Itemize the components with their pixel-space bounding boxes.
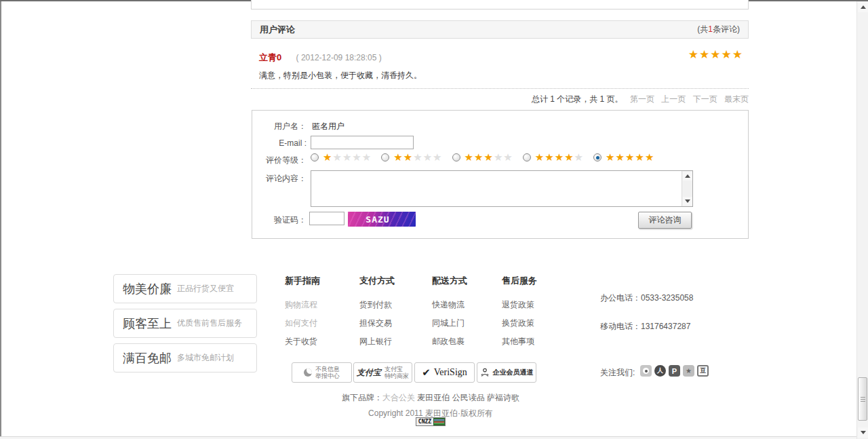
cnzz-counter-badge[interactable]: CNZZ (416, 417, 446, 426)
badge-report-center[interactable]: 不良信息举报中心 (292, 362, 352, 383)
footer-link[interactable]: 网上银行 (359, 332, 395, 351)
previous-section-box-bottom (251, 0, 749, 9)
star-icon (688, 48, 699, 61)
contact-phones: 办公电话：0533-3235058 移动电话：13176437287 (600, 292, 693, 332)
review-header: 立青0 ( 2012-12-09 18:28:05 ) (259, 52, 382, 64)
star-icon (616, 151, 625, 163)
cnzz-flag-icon (433, 418, 445, 425)
status-bar-strip (0, 436, 856, 439)
rating-radio-5-selected[interactable] (593, 153, 601, 161)
douban-icon[interactable]: 豆 (697, 365, 709, 377)
feature-box-service: 顾客至上 优质售前售后服务 (113, 309, 257, 338)
rating-option-3[interactable] (452, 151, 513, 164)
star-icon (555, 151, 564, 163)
feature-box-quality: 物美价廉 正品行货又便宜 (113, 274, 257, 303)
badge-alipay[interactable]: 支付宝 支付宝特约商家 (353, 362, 412, 383)
brand-links[interactable]: 麦田亚伯 公民读品 萨福诗歌 (417, 393, 519, 402)
person-icon (480, 368, 490, 377)
pagination-prev[interactable]: 上一页 (661, 94, 686, 104)
review-date: ( 2012-12-09 18:28:05 ) (296, 53, 382, 62)
scroll-up-button[interactable] (858, 2, 868, 12)
rating-option-5[interactable] (593, 151, 654, 164)
follow-us-label: 关注我们: (600, 367, 635, 379)
comment-form: 用户名： 匿名用户 E-mail : 评价等级： 评论内容： (252, 110, 749, 239)
footer-link[interactable]: 换货政策 (502, 314, 537, 332)
star-icon (494, 151, 503, 163)
star-icon (342, 151, 352, 163)
rating-label: 评价等级： (252, 155, 307, 166)
star-icon (413, 151, 422, 163)
alipay-logo-icon: 支付宝 (357, 367, 381, 379)
comment-textarea[interactable] (311, 171, 692, 206)
feature-box-shipping: 满百免邮 多城市免邮计划 (113, 343, 257, 373)
footer-link[interactable]: 如何支付 (285, 314, 320, 332)
footer-link[interactable]: 同城上门 (432, 314, 467, 332)
star-icon (474, 151, 484, 163)
footer-link[interactable]: 关于收货 (285, 332, 320, 351)
footer-link[interactable]: 担保交易 (359, 314, 395, 332)
scrollbar-thumb[interactable] (858, 377, 867, 421)
email-label: E-mail : (252, 138, 307, 148)
social-icons: 人 P ★ 豆 (640, 365, 709, 377)
rating-radio-1[interactable] (311, 153, 319, 161)
review-author: 立青0 (259, 52, 281, 62)
captcha-input[interactable] (309, 212, 344, 225)
star-icon (606, 151, 615, 163)
footer-link[interactable]: 邮政包裹 (432, 332, 467, 351)
badge-enterprise-member[interactable]: 企业会员通道 (477, 362, 536, 383)
comments-count: (共1条评论) (697, 24, 740, 35)
arrow-up-icon (861, 5, 866, 9)
rating-radio-4[interactable] (523, 153, 531, 161)
weibo-icon[interactable] (640, 365, 652, 377)
sub-brands-line: 旗下品牌：大合公关 麦田亚伯 公民读品 萨福诗歌 (285, 392, 576, 404)
footer-link[interactable]: 其他事项 (502, 332, 537, 351)
footer-link[interactable]: 快递物流 (432, 296, 467, 314)
rating-option-4[interactable] (523, 151, 584, 164)
star-icon (574, 151, 584, 163)
star-icon (465, 151, 474, 163)
star-icon (545, 151, 554, 163)
brand-link[interactable]: 大合公关 (382, 393, 415, 402)
star-icon (503, 151, 513, 163)
qzone-icon[interactable]: ★ (683, 365, 694, 377)
textarea-scrollbar[interactable] (682, 171, 692, 206)
footer-link[interactable]: 退货政策 (502, 296, 537, 314)
footer-col-aftersale: 售后服务 退货政策 换货政策 其他事项 (502, 275, 537, 351)
rating-option-2[interactable] (381, 151, 442, 164)
pagination-first[interactable]: 第一页 (630, 94, 654, 104)
star-icon (484, 151, 493, 163)
submit-comment-button[interactable]: 评论咨询 (638, 212, 692, 229)
star-icon (699, 48, 710, 61)
rating-options (311, 151, 654, 164)
review-text: 满意，特别是小包装，便于收藏，清香持久。 (259, 70, 422, 81)
review-divider (251, 88, 749, 89)
comments-header: 用户评论 (共1条评论) (251, 20, 749, 39)
rating-radio-2[interactable] (381, 153, 389, 161)
arrow-up-icon (685, 174, 690, 178)
pagination-last[interactable]: 最末页 (724, 94, 749, 104)
pengyou-icon[interactable]: P (669, 365, 680, 377)
star-icon (564, 151, 574, 163)
captcha-image[interactable]: SAZU (348, 212, 416, 227)
footer-link[interactable]: 购物流程 (285, 296, 320, 314)
footer-col-payment: 支付方式 货到付款 担保交易 网上银行 (359, 275, 395, 351)
scroll-down-button[interactable] (858, 427, 868, 438)
vertical-scrollbar[interactable] (856, 1, 868, 439)
cnzz-counter-wrap: CNZZ (285, 417, 576, 427)
footer-col-guide: 新手指南 购物流程 如何支付 关于收货 (285, 275, 320, 351)
star-icon (625, 151, 635, 163)
star-icon (403, 151, 413, 163)
star-icon (393, 151, 403, 163)
footer-link[interactable]: 货到付款 (359, 296, 395, 314)
pagination: 总计 1 个记录，共 1 页。 第一页 上一页 下一页 最末页 (251, 94, 749, 105)
rating-radio-3[interactable] (452, 153, 460, 161)
footer-col-delivery: 配送方式 快递物流 同城上门 邮政包裹 (432, 275, 467, 351)
rating-option-1[interactable] (311, 151, 372, 164)
star-icon (710, 48, 721, 61)
pagination-next[interactable]: 下一页 (693, 94, 717, 104)
crescent-icon (304, 368, 312, 377)
star-icon (645, 151, 654, 163)
badge-verisign[interactable]: ✔ VeriSign (414, 362, 475, 383)
renren-icon[interactable]: 人 (654, 365, 666, 377)
email-field[interactable] (311, 136, 414, 149)
